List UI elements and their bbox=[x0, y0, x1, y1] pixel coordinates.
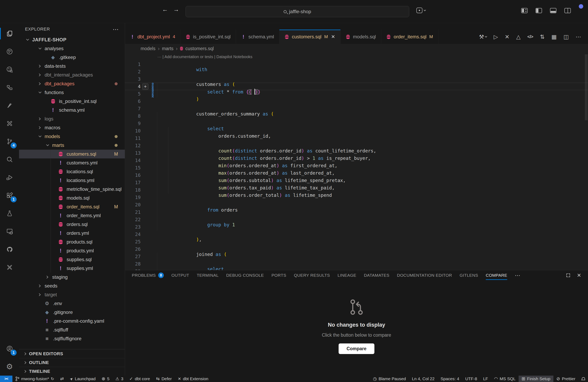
status-item[interactable]: Prettier bbox=[553, 376, 578, 382]
editor-tab[interactable]: dbt_project.yml 4 bbox=[125, 30, 181, 44]
tree-item[interactable]: macros bbox=[19, 123, 125, 132]
tab-close-icon[interactable]: ✕ bbox=[331, 34, 335, 39]
activity-run-debug-icon[interactable] bbox=[0, 169, 19, 186]
tree-item[interactable]: .env bbox=[19, 299, 125, 308]
gutter-decorations[interactable] bbox=[141, 208, 157, 216]
tree-item[interactable]: JAFFLE-SHOP bbox=[19, 35, 125, 44]
tree-item[interactable]: staging bbox=[19, 273, 125, 282]
activity-explorer-icon[interactable] bbox=[0, 25, 19, 42]
breadcrumb-item[interactable]: models bbox=[141, 46, 155, 51]
tree-item[interactable]: order_items.sql M bbox=[19, 202, 125, 211]
status-item[interactable]: dbt core bbox=[126, 376, 153, 382]
breadcrumb-file[interactable]: customers.sql bbox=[185, 46, 214, 51]
query-results-button[interactable]: ▦ bbox=[551, 34, 557, 40]
gutter-decorations[interactable] bbox=[141, 260, 157, 267]
explorer-more-actions-icon[interactable]: ⋯ bbox=[113, 26, 119, 33]
tree-item[interactable]: functions bbox=[19, 88, 125, 97]
editor-tab[interactable]: models.sql bbox=[341, 30, 381, 44]
panel-tab[interactable]: GITLENS bbox=[460, 270, 478, 280]
activity-lineage-icon[interactable] bbox=[0, 42, 19, 60]
gutter-decorations[interactable] bbox=[141, 201, 157, 208]
tree-item[interactable]: metricflow_time_spine.sql bbox=[19, 185, 125, 194]
build-dbt-model-button[interactable]: ⚒ bbox=[479, 34, 487, 40]
settings-gear-icon[interactable]: ⚙ bbox=[0, 358, 19, 376]
gutter-decorations[interactable] bbox=[141, 164, 157, 172]
sidebar-section-header[interactable]: OUTLINE bbox=[19, 358, 125, 367]
tree-item[interactable]: supplies.sql bbox=[19, 255, 125, 264]
panel-tab[interactable]: DATAMATES bbox=[364, 270, 389, 280]
gutter-decorations[interactable] bbox=[141, 172, 157, 179]
close-panel-icon[interactable]: ✕ bbox=[577, 272, 581, 279]
sidebar-section-header[interactable]: OPEN EDITORS bbox=[19, 349, 125, 358]
editor-tab[interactable]: is_positive_int.sql bbox=[181, 30, 236, 44]
status-item[interactable]: Ln 4, Col 22 bbox=[409, 376, 437, 382]
tree-item[interactable]: products.sql bbox=[19, 238, 125, 246]
status-item[interactable]: Finish Setup bbox=[519, 376, 553, 382]
gutter-decorations[interactable] bbox=[141, 68, 157, 75]
tree-item[interactable]: .gitkeep bbox=[19, 53, 125, 62]
power-user-actions-button[interactable]: ✕ bbox=[505, 34, 509, 40]
gutter-decorations[interactable] bbox=[141, 60, 157, 68]
gutter-decorations[interactable] bbox=[141, 179, 157, 186]
tree-item[interactable]: customers.yml bbox=[19, 158, 125, 167]
activity-remote-explorer-icon[interactable] bbox=[0, 222, 19, 240]
panel-tab[interactable]: DOCUMENTATION EDITOR bbox=[397, 270, 452, 280]
remote-indicator[interactable]: >< bbox=[0, 376, 12, 382]
tree-item[interactable]: products.yml bbox=[19, 246, 125, 255]
status-item[interactable] bbox=[57, 376, 67, 382]
gutter-decorations[interactable] bbox=[141, 75, 157, 83]
status-item[interactable]: mwong-fusion* ↻ bbox=[12, 376, 57, 382]
tree-item[interactable]: .sqlfluff bbox=[19, 325, 125, 334]
status-item[interactable]: Launchpad bbox=[67, 376, 99, 382]
activity-github-icon[interactable] bbox=[0, 240, 19, 258]
tree-item[interactable]: models bbox=[19, 132, 125, 141]
panel-tab[interactable]: QUERY RESULTS bbox=[294, 270, 330, 280]
activity-power-user-icon[interactable] bbox=[0, 115, 19, 133]
panel-tab[interactable]: PROBLEMS 8 bbox=[132, 270, 164, 280]
status-item[interactable]: LF bbox=[480, 376, 491, 382]
customize-layout-icon[interactable] bbox=[521, 8, 528, 13]
editor-tab[interactable]: order_items.sql M bbox=[381, 30, 438, 44]
gutter-decorations[interactable] bbox=[141, 216, 157, 223]
gutter-decorations[interactable] bbox=[141, 134, 157, 142]
tree-item[interactable]: customers.sql M bbox=[19, 150, 125, 158]
maximize-panel-icon[interactable] bbox=[567, 273, 570, 277]
gutter-decorations[interactable] bbox=[141, 223, 157, 230]
panel-tab[interactable]: TERMINAL bbox=[197, 270, 219, 280]
split-editor-button[interactable]: ◫ bbox=[564, 34, 569, 40]
gutter-decorations[interactable] bbox=[141, 105, 157, 112]
status-item[interactable]: Defer bbox=[153, 376, 175, 382]
gutter-decorations[interactable] bbox=[141, 157, 157, 164]
toggle-primary-sidebar-icon[interactable] bbox=[536, 8, 542, 13]
code-line[interactable]: 29 customers.*, bbox=[125, 267, 588, 270]
activity-model-graph-icon[interactable] bbox=[0, 78, 19, 96]
activity-query-history-icon[interactable] bbox=[0, 60, 19, 78]
panel-more-tabs-icon[interactable]: ⋯ bbox=[515, 272, 520, 279]
tree-item[interactable]: .sqlfluffignore bbox=[19, 334, 125, 343]
status-item[interactable]: Blame Paused bbox=[370, 376, 409, 382]
gutter-decorations[interactable] bbox=[141, 149, 157, 157]
tree-item[interactable]: logs bbox=[19, 115, 125, 123]
panel-tab[interactable]: LINEAGE bbox=[337, 270, 357, 280]
activity-testing-icon[interactable] bbox=[0, 204, 19, 222]
tree-item[interactable]: supplies.yml bbox=[19, 264, 125, 273]
sidebar-section-header[interactable]: TIMELINE bbox=[19, 367, 125, 376]
status-item[interactable]: dbt Extension bbox=[175, 376, 211, 382]
git-compare-file-button[interactable]: ⇅ bbox=[540, 34, 545, 40]
tree-item[interactable]: is_positive_int.sql bbox=[19, 97, 125, 106]
editor-scrollbar[interactable] bbox=[585, 54, 588, 120]
tree-item[interactable]: data-tests bbox=[19, 62, 125, 71]
activity-power-user-alt-icon[interactable] bbox=[0, 258, 19, 276]
activity-extensions-icon[interactable]: 1 bbox=[0, 186, 19, 204]
panel-tab[interactable]: COMPARE bbox=[486, 270, 507, 280]
status-item[interactable]: UTF-8 bbox=[462, 376, 480, 382]
tree-item[interactable]: orders.sql bbox=[19, 220, 125, 229]
status-item[interactable]: 5 bbox=[99, 376, 112, 382]
gutter-decorations[interactable] bbox=[141, 253, 157, 260]
gutter-decorations[interactable] bbox=[141, 127, 157, 134]
breadcrumb-item[interactable]: marts bbox=[162, 46, 174, 51]
gutter-decorations[interactable] bbox=[141, 120, 157, 127]
dbt-docs-button[interactable]: △ bbox=[516, 34, 521, 40]
status-item[interactable]: MS SQL bbox=[491, 376, 519, 382]
tree-item[interactable]: marts bbox=[19, 141, 125, 150]
